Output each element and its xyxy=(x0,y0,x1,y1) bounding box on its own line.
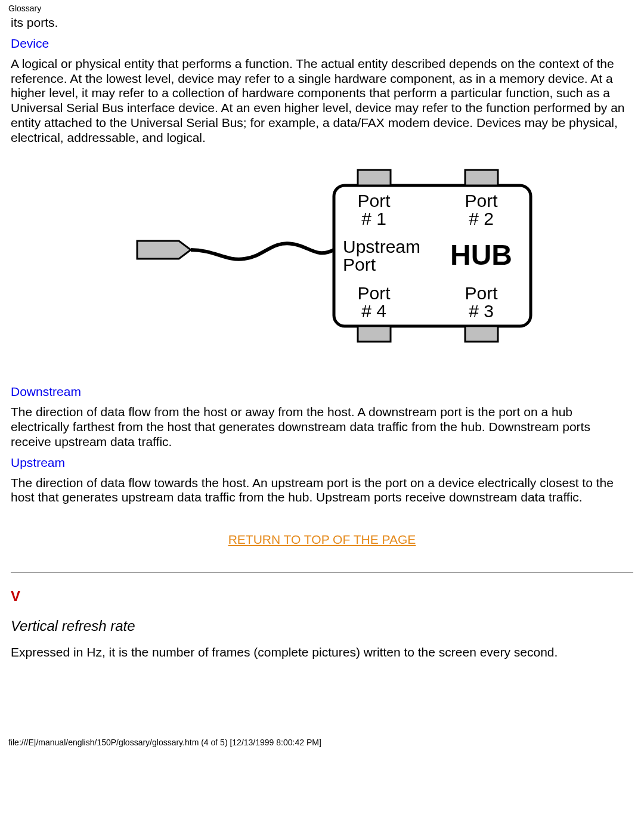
upstream-link[interactable]: Upstream xyxy=(11,456,633,470)
svg-rect-2 xyxy=(358,170,391,185)
hub-diagram-svg: Port # 1 Port # 2 Upstream Port HUB Port… xyxy=(107,166,537,345)
intro-fragment: its ports. xyxy=(11,16,633,30)
page-body: its ports. Device A logical or physical … xyxy=(0,16,644,690)
diagram-port2-line2: # 2 xyxy=(469,209,494,228)
section-letter-v: V xyxy=(11,588,633,605)
diagram-upstream-line2: Port xyxy=(343,255,376,274)
downstream-link[interactable]: Downstream xyxy=(11,385,633,399)
svg-rect-4 xyxy=(358,326,391,342)
downstream-definition: The direction of data flow from the host… xyxy=(11,405,633,449)
diagram-port1-line2: # 1 xyxy=(361,209,386,228)
svg-marker-0 xyxy=(137,241,191,259)
divider xyxy=(11,572,633,572)
diagram-hub-label: HUB xyxy=(450,239,512,271)
upstream-definition: The direction of data flow towards the h… xyxy=(11,476,633,506)
diagram-port4-line1: Port xyxy=(357,283,391,303)
device-definition: A logical or physical entity that perfor… xyxy=(11,57,633,145)
diagram-port4-line2: # 4 xyxy=(361,301,386,321)
page-header: Glossary xyxy=(8,4,644,13)
page-footer: file:///E|/manual/english/150P/glossary/… xyxy=(8,738,644,747)
diagram-port3-line1: Port xyxy=(465,283,498,303)
diagram-upstream-line1: Upstream xyxy=(343,237,420,256)
return-to-top-link[interactable]: RETURN TO TOP OF THE PAGE xyxy=(11,532,633,547)
device-link[interactable]: Device xyxy=(11,36,633,51)
diagram-port2-line1: Port xyxy=(465,191,498,210)
vertical-refresh-definition: Expressed in Hz, it is the number of fra… xyxy=(11,645,633,660)
diagram-port3-line2: # 3 xyxy=(469,301,494,321)
hub-diagram: Port # 1 Port # 2 Upstream Port HUB Port… xyxy=(11,166,633,345)
svg-rect-5 xyxy=(465,326,498,342)
svg-rect-3 xyxy=(465,170,498,185)
diagram-port1-line1: Port xyxy=(357,191,391,210)
vertical-refresh-heading: Vertical refresh rate xyxy=(11,618,633,634)
